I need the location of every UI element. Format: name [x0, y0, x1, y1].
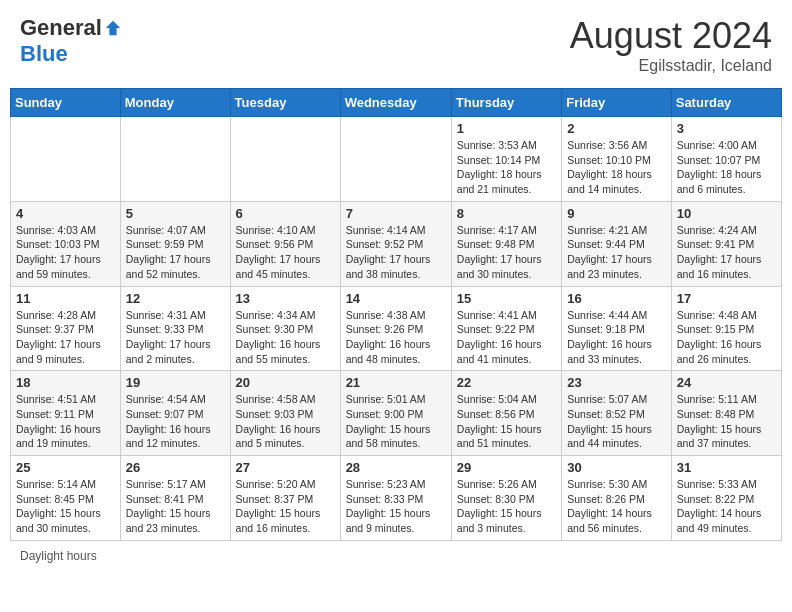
calendar-cell: 3Sunrise: 4:00 AM Sunset: 10:07 PM Dayli… — [671, 117, 781, 202]
header-monday: Monday — [120, 89, 230, 117]
day-info: Sunrise: 5:33 AM Sunset: 8:22 PM Dayligh… — [677, 477, 776, 536]
logo-icon — [104, 19, 122, 37]
day-info: Sunrise: 4:54 AM Sunset: 9:07 PM Dayligh… — [126, 392, 225, 451]
calendar-cell — [230, 117, 340, 202]
day-info: Sunrise: 4:41 AM Sunset: 9:22 PM Dayligh… — [457, 308, 556, 367]
calendar-cell: 2Sunrise: 3:56 AM Sunset: 10:10 PM Dayli… — [562, 117, 672, 202]
day-number: 16 — [567, 291, 666, 306]
calendar-cell: 9Sunrise: 4:21 AM Sunset: 9:44 PM Daylig… — [562, 201, 672, 286]
day-number: 5 — [126, 206, 225, 221]
calendar-cell — [340, 117, 451, 202]
day-number: 13 — [236, 291, 335, 306]
day-number: 7 — [346, 206, 446, 221]
day-number: 4 — [16, 206, 115, 221]
calendar-cell: 10Sunrise: 4:24 AM Sunset: 9:41 PM Dayli… — [671, 201, 781, 286]
calendar-cell: 11Sunrise: 4:28 AM Sunset: 9:37 PM Dayli… — [11, 286, 121, 371]
day-info: Sunrise: 5:14 AM Sunset: 8:45 PM Dayligh… — [16, 477, 115, 536]
calendar-cell: 12Sunrise: 4:31 AM Sunset: 9:33 PM Dayli… — [120, 286, 230, 371]
calendar-cell: 8Sunrise: 4:17 AM Sunset: 9:48 PM Daylig… — [451, 201, 561, 286]
calendar-header-row: SundayMondayTuesdayWednesdayThursdayFrid… — [11, 89, 782, 117]
day-info: Sunrise: 4:00 AM Sunset: 10:07 PM Daylig… — [677, 138, 776, 197]
calendar-cell: 23Sunrise: 5:07 AM Sunset: 8:52 PM Dayli… — [562, 371, 672, 456]
day-number: 27 — [236, 460, 335, 475]
day-number: 1 — [457, 121, 556, 136]
day-info: Sunrise: 3:53 AM Sunset: 10:14 PM Daylig… — [457, 138, 556, 197]
week-row-5: 25Sunrise: 5:14 AM Sunset: 8:45 PM Dayli… — [11, 456, 782, 541]
day-number: 10 — [677, 206, 776, 221]
day-info: Sunrise: 5:26 AM Sunset: 8:30 PM Dayligh… — [457, 477, 556, 536]
calendar-cell: 19Sunrise: 4:54 AM Sunset: 9:07 PM Dayli… — [120, 371, 230, 456]
day-number: 3 — [677, 121, 776, 136]
day-number: 14 — [346, 291, 446, 306]
day-number: 12 — [126, 291, 225, 306]
day-number: 29 — [457, 460, 556, 475]
day-info: Sunrise: 4:38 AM Sunset: 9:26 PM Dayligh… — [346, 308, 446, 367]
calendar-cell: 15Sunrise: 4:41 AM Sunset: 9:22 PM Dayli… — [451, 286, 561, 371]
day-info: Sunrise: 4:31 AM Sunset: 9:33 PM Dayligh… — [126, 308, 225, 367]
calendar-cell: 28Sunrise: 5:23 AM Sunset: 8:33 PM Dayli… — [340, 456, 451, 541]
day-number: 9 — [567, 206, 666, 221]
day-info: Sunrise: 5:07 AM Sunset: 8:52 PM Dayligh… — [567, 392, 666, 451]
day-info: Sunrise: 4:14 AM Sunset: 9:52 PM Dayligh… — [346, 223, 446, 282]
day-info: Sunrise: 4:58 AM Sunset: 9:03 PM Dayligh… — [236, 392, 335, 451]
header-wednesday: Wednesday — [340, 89, 451, 117]
day-number: 2 — [567, 121, 666, 136]
calendar-cell: 21Sunrise: 5:01 AM Sunset: 9:00 PM Dayli… — [340, 371, 451, 456]
day-info: Sunrise: 5:01 AM Sunset: 9:00 PM Dayligh… — [346, 392, 446, 451]
calendar-cell: 24Sunrise: 5:11 AM Sunset: 8:48 PM Dayli… — [671, 371, 781, 456]
calendar-cell: 7Sunrise: 4:14 AM Sunset: 9:52 PM Daylig… — [340, 201, 451, 286]
day-number: 23 — [567, 375, 666, 390]
calendar-cell: 17Sunrise: 4:48 AM Sunset: 9:15 PM Dayli… — [671, 286, 781, 371]
header-sunday: Sunday — [11, 89, 121, 117]
day-number: 25 — [16, 460, 115, 475]
day-info: Sunrise: 5:23 AM Sunset: 8:33 PM Dayligh… — [346, 477, 446, 536]
calendar-cell: 22Sunrise: 5:04 AM Sunset: 8:56 PM Dayli… — [451, 371, 561, 456]
day-number: 8 — [457, 206, 556, 221]
header-tuesday: Tuesday — [230, 89, 340, 117]
day-info: Sunrise: 4:51 AM Sunset: 9:11 PM Dayligh… — [16, 392, 115, 451]
day-info: Sunrise: 5:20 AM Sunset: 8:37 PM Dayligh… — [236, 477, 335, 536]
calendar-cell: 27Sunrise: 5:20 AM Sunset: 8:37 PM Dayli… — [230, 456, 340, 541]
calendar-cell: 14Sunrise: 4:38 AM Sunset: 9:26 PM Dayli… — [340, 286, 451, 371]
location-title: Egilsstadir, Iceland — [570, 57, 772, 75]
page-header: General Blue August 2024 Egilsstadir, Ic… — [10, 10, 782, 80]
logo-blue-text: Blue — [20, 41, 68, 67]
day-info: Sunrise: 5:11 AM Sunset: 8:48 PM Dayligh… — [677, 392, 776, 451]
month-title: August 2024 — [570, 15, 772, 57]
day-info: Sunrise: 4:28 AM Sunset: 9:37 PM Dayligh… — [16, 308, 115, 367]
day-info: Sunrise: 4:24 AM Sunset: 9:41 PM Dayligh… — [677, 223, 776, 282]
day-number: 26 — [126, 460, 225, 475]
day-number: 24 — [677, 375, 776, 390]
daylight-hours-label: Daylight hours — [20, 549, 97, 563]
header-friday: Friday — [562, 89, 672, 117]
day-info: Sunrise: 5:04 AM Sunset: 8:56 PM Dayligh… — [457, 392, 556, 451]
day-number: 17 — [677, 291, 776, 306]
calendar-cell: 31Sunrise: 5:33 AM Sunset: 8:22 PM Dayli… — [671, 456, 781, 541]
calendar-cell: 16Sunrise: 4:44 AM Sunset: 9:18 PM Dayli… — [562, 286, 672, 371]
day-number: 15 — [457, 291, 556, 306]
day-info: Sunrise: 4:44 AM Sunset: 9:18 PM Dayligh… — [567, 308, 666, 367]
day-number: 19 — [126, 375, 225, 390]
day-number: 22 — [457, 375, 556, 390]
header-thursday: Thursday — [451, 89, 561, 117]
week-row-1: 1Sunrise: 3:53 AM Sunset: 10:14 PM Dayli… — [11, 117, 782, 202]
day-number: 20 — [236, 375, 335, 390]
day-number: 30 — [567, 460, 666, 475]
day-info: Sunrise: 5:17 AM Sunset: 8:41 PM Dayligh… — [126, 477, 225, 536]
calendar-cell: 30Sunrise: 5:30 AM Sunset: 8:26 PM Dayli… — [562, 456, 672, 541]
day-number: 6 — [236, 206, 335, 221]
day-info: Sunrise: 4:21 AM Sunset: 9:44 PM Dayligh… — [567, 223, 666, 282]
day-number: 21 — [346, 375, 446, 390]
logo-general-text: General — [20, 15, 102, 41]
week-row-4: 18Sunrise: 4:51 AM Sunset: 9:11 PM Dayli… — [11, 371, 782, 456]
title-section: August 2024 Egilsstadir, Iceland — [570, 15, 772, 75]
logo: General Blue — [20, 15, 122, 67]
calendar-cell: 1Sunrise: 3:53 AM Sunset: 10:14 PM Dayli… — [451, 117, 561, 202]
calendar-cell — [11, 117, 121, 202]
day-number: 28 — [346, 460, 446, 475]
calendar-cell: 13Sunrise: 4:34 AM Sunset: 9:30 PM Dayli… — [230, 286, 340, 371]
day-number: 31 — [677, 460, 776, 475]
calendar-cell — [120, 117, 230, 202]
calendar-cell: 18Sunrise: 4:51 AM Sunset: 9:11 PM Dayli… — [11, 371, 121, 456]
svg-marker-0 — [106, 21, 120, 35]
